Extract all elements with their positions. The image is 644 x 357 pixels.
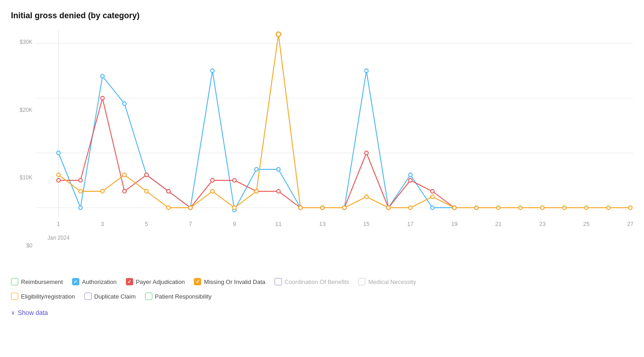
svg-text:11: 11 (275, 220, 281, 227)
svg-point-65 (497, 206, 500, 210)
legend-label-authorization: Authorization (82, 278, 117, 285)
legend-coordination[interactable]: Coordination Of Benefits (275, 278, 349, 285)
legend-checkbox-medical-necessity[interactable] (358, 278, 365, 285)
svg-point-28 (123, 189, 126, 193)
legend-authorization[interactable]: ✓ Authorization (72, 278, 117, 285)
svg-point-46 (79, 189, 83, 193)
svg-point-67 (540, 206, 544, 210)
legend-missing-invalid[interactable]: ✓ Missing Or Invalid Data (194, 278, 265, 285)
legend-label-payer-adjudication: Payer Adjudication (136, 278, 185, 285)
svg-point-49 (145, 189, 148, 193)
legend-duplicate-claim[interactable]: Duplicate Claim (84, 293, 136, 300)
chart-container: Initial gross denied (by category) $30K … (0, 0, 644, 357)
missing-invalid-line (58, 34, 630, 208)
svg-point-66 (519, 206, 522, 210)
show-data-button[interactable]: ∨ Show data (11, 309, 48, 316)
legend-label-missing-invalid: Missing Or Invalid Data (204, 278, 265, 285)
svg-point-68 (562, 206, 566, 210)
svg-point-48 (123, 173, 126, 177)
svg-point-8 (123, 102, 126, 105)
svg-point-41 (409, 178, 412, 182)
y-label-10k: $10K (20, 174, 32, 181)
svg-point-12 (211, 69, 214, 73)
svg-point-30 (166, 189, 170, 193)
svg-point-58 (343, 206, 346, 210)
legend-label-coordination: Coordination Of Benefits (285, 278, 349, 285)
legend-label-patient-responsibility: Patient Responsibility (155, 293, 212, 300)
svg-text:15: 15 (363, 220, 369, 227)
legend-checkbox-eligibility[interactable] (11, 293, 18, 300)
legend-payer-adjudication[interactable]: ✓ Payer Adjudication (126, 278, 185, 285)
svg-text:5: 5 (145, 220, 148, 227)
legend-checkbox-coordination[interactable] (275, 278, 282, 285)
legend-checkbox-duplicate-claim[interactable] (84, 293, 92, 300)
svg-point-33 (233, 178, 236, 182)
svg-point-60 (387, 206, 390, 210)
svg-text:23: 23 (539, 220, 545, 227)
svg-point-14 (254, 168, 258, 171)
legend-medical-necessity[interactable]: Medical Necessity (358, 278, 416, 285)
legend-row-1: Reimbursement ✓ Authorization ✓ Payer Ad… (11, 278, 633, 285)
svg-point-55 (276, 32, 281, 37)
svg-point-50 (166, 206, 170, 210)
svg-point-56 (299, 206, 302, 210)
svg-point-21 (409, 173, 412, 177)
svg-point-42 (431, 189, 434, 193)
svg-point-26 (79, 178, 83, 182)
chart-title: Initial gross denied (by category) (11, 11, 633, 21)
y-label-30k: $30K (20, 39, 32, 45)
svg-point-53 (233, 206, 236, 210)
svg-point-61 (409, 206, 412, 210)
legend-reimbursement[interactable]: Reimbursement (11, 278, 63, 285)
svg-point-6 (79, 206, 83, 210)
svg-point-71 (628, 206, 632, 210)
svg-text:1: 1 (57, 220, 60, 227)
legend-label-reimbursement: Reimbursement (21, 278, 63, 285)
svg-point-54 (254, 189, 258, 193)
svg-text:25: 25 (583, 220, 590, 227)
legend-label-duplicate-claim: Duplicate Claim (94, 293, 136, 300)
svg-point-25 (57, 178, 60, 182)
svg-text:21: 21 (495, 220, 502, 227)
legend-patient-responsibility[interactable]: Patient Responsibility (145, 293, 212, 300)
svg-point-69 (585, 206, 588, 210)
legend-checkbox-authorization[interactable]: ✓ (72, 278, 79, 285)
svg-point-57 (321, 206, 324, 210)
svg-point-63 (452, 206, 456, 210)
svg-point-70 (607, 206, 610, 210)
legend-checkbox-missing-invalid[interactable]: ✓ (194, 278, 201, 285)
legend-eligibility[interactable]: Eligibility/registration (11, 293, 75, 300)
svg-point-51 (189, 206, 192, 210)
legend-label-eligibility: Eligibility/registration (21, 293, 75, 300)
svg-point-32 (211, 178, 214, 182)
svg-text:9: 9 (233, 220, 236, 227)
svg-point-39 (364, 151, 368, 155)
svg-text:17: 17 (407, 220, 414, 227)
legend-checkbox-reimbursement[interactable] (11, 278, 18, 285)
svg-point-59 (364, 195, 368, 199)
svg-point-64 (475, 206, 478, 210)
svg-point-22 (431, 206, 434, 210)
chevron-down-icon: ∨ (11, 310, 15, 316)
legend: Reimbursement ✓ Authorization ✓ Payer Ad… (11, 278, 633, 304)
svg-point-29 (145, 173, 148, 177)
svg-point-47 (101, 189, 104, 193)
svg-point-52 (211, 189, 214, 193)
chart-svg: 1 3 5 7 9 11 13 15 17 19 21 23 25 27 Jan… (36, 30, 633, 249)
svg-text:7: 7 (189, 220, 192, 227)
legend-checkbox-payer-adjudication[interactable]: ✓ (126, 278, 133, 285)
show-data-label: Show data (18, 309, 48, 316)
y-label-20k: $20K (20, 107, 32, 113)
svg-text:27: 27 (627, 220, 633, 227)
svg-point-62 (431, 195, 434, 199)
svg-text:19: 19 (451, 220, 457, 227)
svg-point-35 (277, 189, 280, 193)
legend-checkbox-patient-responsibility[interactable] (145, 293, 152, 300)
legend-label-medical-necessity: Medical Necessity (368, 278, 416, 285)
svg-point-15 (277, 168, 280, 171)
svg-point-45 (57, 173, 60, 177)
y-label-0: $0 (26, 242, 32, 249)
svg-text:13: 13 (319, 220, 326, 227)
svg-text:Jan 2024: Jan 2024 (47, 235, 70, 241)
svg-point-27 (101, 96, 104, 100)
